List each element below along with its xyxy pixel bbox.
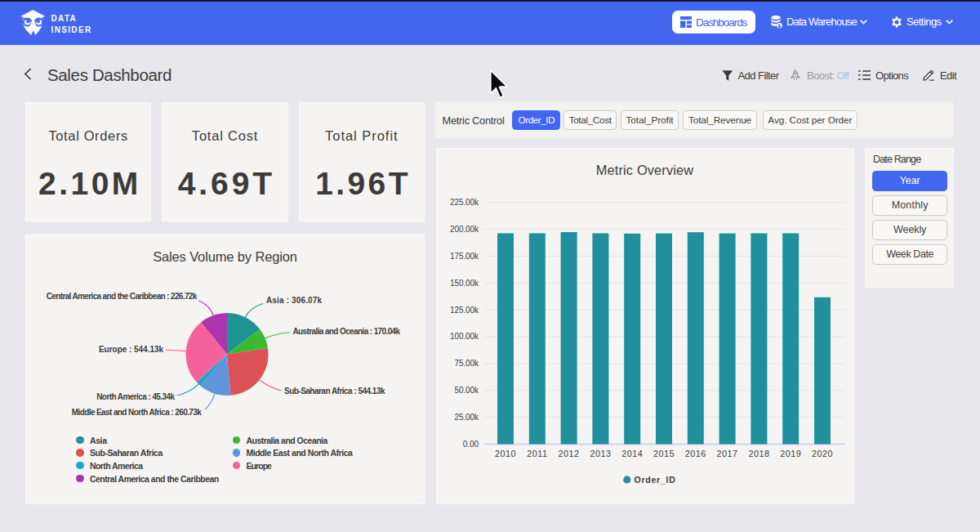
svg-text:2018: 2018	[748, 449, 769, 458]
svg-text:2016: 2016	[685, 449, 706, 458]
svg-text:2013: 2013	[590, 449, 611, 458]
svg-text:2017: 2017	[717, 449, 738, 458]
svg-text:0.00: 0.00	[463, 440, 479, 449]
svg-text:125.00k: 125.00k	[450, 306, 479, 315]
svg-text:200.00k: 200.00k	[450, 225, 479, 234]
svg-text:Order_ID: Order_ID	[635, 475, 676, 485]
svg-text:2019: 2019	[780, 449, 801, 458]
svg-text:50.00k: 50.00k	[454, 386, 479, 395]
svg-text:2020: 2020	[812, 449, 833, 458]
svg-text:2011: 2011	[527, 449, 547, 458]
svg-text:2014: 2014	[621, 449, 643, 458]
svg-text:175.00k: 175.00k	[450, 252, 479, 261]
svg-text:2012: 2012	[559, 449, 580, 458]
svg-text:2010: 2010	[495, 449, 516, 458]
svg-text:100.00k: 100.00k	[450, 332, 479, 341]
svg-text:25.00k: 25.00k	[454, 413, 479, 422]
svg-text:150.00k: 150.00k	[450, 279, 479, 288]
svg-text:225.00k: 225.00k	[450, 198, 479, 207]
svg-text:75.00k: 75.00k	[454, 359, 479, 368]
svg-text:2015: 2015	[653, 449, 675, 458]
